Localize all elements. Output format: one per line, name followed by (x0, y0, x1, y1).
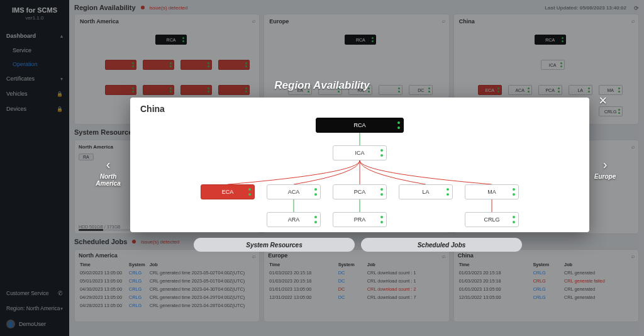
node-ara[interactable]: ARA (267, 212, 321, 227)
node-eca[interactable]: ECA (201, 184, 255, 199)
chevron-right-icon: › (603, 157, 608, 171)
node-crlg[interactable]: CRLG (465, 212, 519, 227)
node-ica[interactable]: ICA (333, 145, 387, 160)
node-la[interactable]: LA (399, 184, 453, 199)
modal-prev[interactable]: ‹ North America (89, 157, 127, 187)
modal-next[interactable]: › Europe (586, 157, 624, 180)
tab-scheduled-jobs[interactable]: Scheduled Jobs (361, 238, 522, 252)
modal-tree: RCA ICA ECA ACA PCA LA MA ARA PRA CRLG (130, 110, 589, 232)
node-pra[interactable]: PRA (333, 212, 387, 227)
close-icon[interactable]: × (599, 92, 607, 109)
node-aca[interactable]: ACA (267, 184, 321, 199)
node-rca[interactable]: RCA (316, 118, 404, 133)
region-modal: × China RCA ICA ECA ACA PCA LA MA ARA PR… (130, 98, 589, 232)
modal-heading: Region Availability (0, 79, 644, 92)
chevron-left-icon: ‹ (106, 157, 111, 171)
node-pca[interactable]: PCA (333, 184, 387, 199)
tab-system-resources[interactable]: System Resources (194, 238, 355, 252)
node-ma[interactable]: MA (465, 184, 519, 199)
modal-tabs: System Resources Scheduled Jobs (194, 238, 522, 252)
